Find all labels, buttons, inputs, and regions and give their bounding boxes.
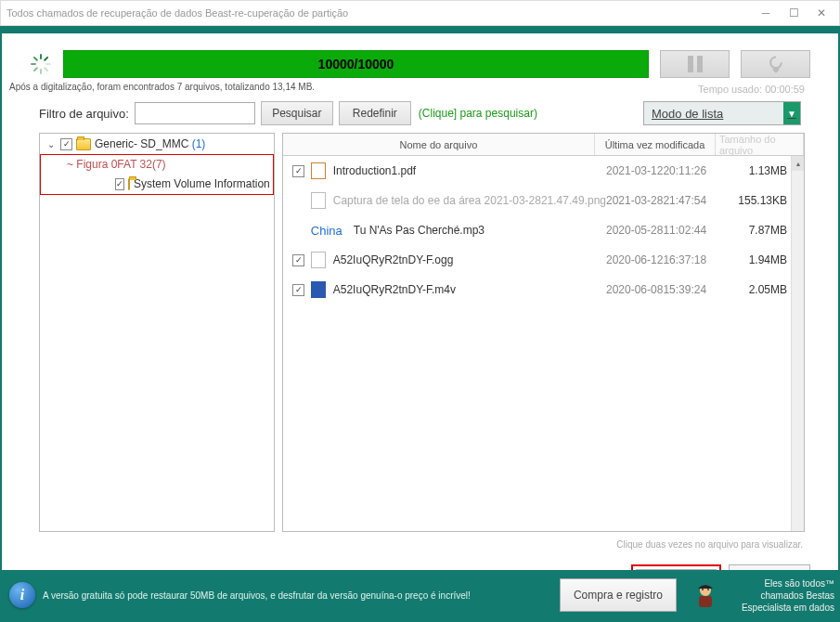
file-size: 155.13KB [722,194,796,207]
file-size: 7.87MB [722,224,796,237]
file-date: 2020-05-2811:02:44 [606,224,722,237]
progress-text: 10000/10000 [318,57,394,71]
minimize-button[interactable]: ─ [752,2,780,24]
filter-label: Filtro de arquivo: [39,107,129,121]
col-name[interactable]: Nome do arquivo [283,134,595,155]
footer: i A versão gratuita só pode restaurar 50… [2,570,838,620]
progress-bar: 10000/10000 [63,50,649,78]
tree-root[interactable]: ⌄ Generic- SD_MMC (1) [40,134,274,154]
folder-icon [128,178,130,190]
stop-icon [767,55,785,73]
footer-text: A versão gratuita só pode restaurar 50MB… [43,590,560,601]
tree-figura[interactable]: ~ Figura 0FAT 32(7) [41,155,273,174]
file-row[interactable]: A52IuQRyR2tnDY-F.ogg2020-06-1216:37:181.… [283,245,804,275]
svg-point-11 [707,589,709,590]
file-size: 1.13MB [722,164,796,177]
img-icon [307,192,330,209]
view-mode-label: Modo de lista [652,107,723,121]
footer-tagline: Eles são todos™chamados BestasEspecialis… [723,577,834,614]
file-checkbox[interactable] [291,284,307,296]
file-panel: Nome do arquivo Última vez modificada Ta… [282,133,805,532]
close-button[interactable]: ✕ [808,2,835,24]
purchase-button[interactable]: Compra e registro [560,578,677,612]
doc-icon [307,252,330,268]
tree-panel[interactable]: ⌄ Generic- SD_MMC (1) ~ Figura 0FAT 32(7… [39,133,275,532]
svg-line-2 [34,58,37,60]
file-name: Introduction1.pdf [330,164,606,177]
file-header: Nome do arquivo Última vez modificada Ta… [283,134,804,156]
svg-point-10 [702,589,704,590]
file-row[interactable]: ChinaTu N'As Pas Cherché.mp32020-05-2811… [283,215,804,245]
scroll-up-icon[interactable]: ▴ [792,156,804,171]
col-size[interactable]: Tamanho do arquivo [716,134,804,155]
search-hint: (Clique] para pesquisar) [419,107,537,120]
china-icon: China [307,224,350,238]
file-name: A52IuQRyR2tnDY-F.ogg [330,253,606,266]
tree-selection-box: ~ Figura 0FAT 32(7) System Volume Inform… [40,154,274,195]
folder-icon [76,138,91,150]
maximize-button[interactable]: ☐ [780,2,808,24]
filter-input[interactable] [135,102,255,124]
file-row[interactable]: A52IuQRyR2tnDY-F.m4v2020-06-0815:39:242.… [283,275,804,305]
view-mode-select[interactable]: Modo de lista ▼ [643,101,801,125]
outer-frame: 10000/10000 Após a digitalização, foram … [0,26,840,622]
chevron-down-icon: ▼ [783,102,800,124]
info-icon: i [9,582,35,608]
pause-button[interactable] [660,50,730,78]
svg-line-3 [45,68,47,71]
col-modified[interactable]: Última vez modificada [595,134,716,155]
file-name: Captura de tela do ee da área 2021-03-28… [330,194,606,207]
file-date: 2020-06-1216:37:18 [606,253,722,266]
file-name: Tu N'As Pas Cherché.mp3 [350,224,606,237]
file-date: 2021-03-2821:47:54 [606,194,722,207]
stop-button[interactable] [741,50,810,78]
file-size: 2.05MB [722,283,796,296]
file-date: 2020-06-0815:39:24 [606,283,722,296]
file-checkbox[interactable] [291,254,307,266]
titlebar: Todos chamados de recuperação de dados B… [0,0,840,26]
main-panels: ⌄ Generic- SD_MMC (1) ~ Figura 0FAT 32(7… [2,133,838,538]
file-checkbox[interactable] [291,165,307,177]
tree-root-label: Generic- SD_MMC (1) [95,137,205,150]
filter-row: Filtro de arquivo: Pesquisar Redefinir (… [2,92,838,133]
avatar-icon [691,581,719,609]
svg-line-7 [45,58,47,60]
chevron-down-icon[interactable]: ⌄ [45,139,57,149]
spinner-icon [30,53,52,75]
tree-sys-label: System Volume Information [134,177,270,190]
file-row[interactable]: Introduction1.pdf2021-03-1220:11:261.13M… [283,156,804,186]
tree-checkbox[interactable] [115,178,124,190]
main-panel: 10000/10000 Após a digitalização, foram … [2,33,838,620]
scrollbar-vertical[interactable]: ▴ [791,156,804,531]
window-controls: ─ ☐ ✕ [752,2,835,24]
window-title: Todos chamados de recuperação de dados B… [5,7,752,19]
scan-area: 10000/10000 [2,33,838,82]
preview-hint: Clique duas vezes no arquivo para visual… [2,538,838,557]
tree-sys-volume[interactable]: System Volume Information [41,174,273,194]
svg-rect-9 [699,596,712,607]
search-button[interactable]: Pesquisar [261,101,333,125]
tree-checkbox[interactable] [60,138,72,150]
reset-button[interactable]: Redefinir [339,101,411,125]
file-row[interactable]: Captura de tela do ee da área 2021-03-28… [283,186,804,215]
file-size: 1.94MB [722,253,796,266]
file-list[interactable]: Introduction1.pdf2021-03-1220:11:261.13M… [283,156,804,531]
pause-icon [688,56,703,72]
pdf-icon [307,162,330,179]
time-used: Tempo usado: 00:00:59 [698,84,805,95]
file-name: A52IuQRyR2tnDY-F.m4v [330,283,606,296]
svg-line-6 [34,68,37,71]
m4v-icon [307,281,330,298]
file-date: 2021-03-1220:11:26 [606,164,722,177]
